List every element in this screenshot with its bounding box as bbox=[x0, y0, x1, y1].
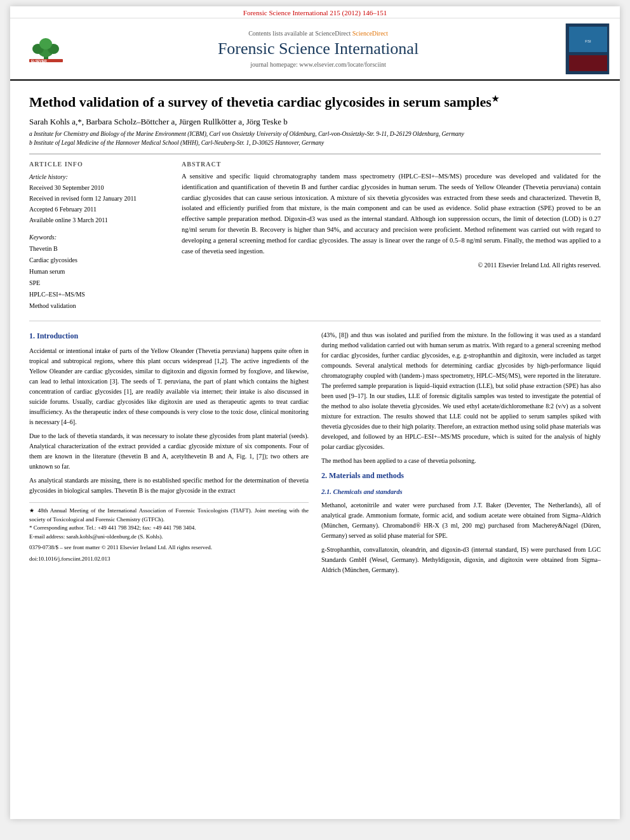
journal-main-title: Forensic Science International bbox=[71, 39, 565, 58]
materials-section-title: 2. Materials and methods bbox=[321, 470, 601, 482]
journal-title-area: Contents lists available at ScienceDirec… bbox=[71, 30, 565, 68]
elsevier-logo: ELSEVIER bbox=[20, 30, 71, 68]
body-text: 1. Introduction Accidental or intentiona… bbox=[29, 330, 601, 579]
keyword-1: Thevetin B bbox=[29, 243, 169, 255]
body-right-col: (43%, [8]) and thus was isolated and pur… bbox=[321, 330, 601, 579]
journal-cover-image: FSI bbox=[565, 23, 610, 74]
journal-homepage: journal homepage: www.elsevier.com/locat… bbox=[71, 61, 565, 68]
issn-line: 0379-0738/$ – see front matter © 2011 El… bbox=[29, 543, 309, 552]
svg-text:ELSEVIER: ELSEVIER bbox=[31, 59, 47, 63]
keywords-block: Keywords: Thevetin B Cardiac glycosides … bbox=[29, 232, 169, 312]
footnote-3: E-mail address: sarah.kohls@uni-oldenbur… bbox=[29, 533, 309, 542]
article-info-block: Article history: Received 30 September 2… bbox=[29, 171, 169, 225]
article-title: Method validation of a survey of theveti… bbox=[29, 93, 601, 112]
footnote-2: * Corresponding author. Tel.: +49 441 79… bbox=[29, 524, 309, 533]
affiliations: a Institute for Chemistry and Biology of… bbox=[29, 130, 601, 148]
article-info-abstract: Article info Article history: Received 3… bbox=[29, 161, 601, 312]
keyword-5: HPLC–ESI+–MS/MS bbox=[29, 289, 169, 300]
available-date: Available online 3 March 2011 bbox=[29, 215, 169, 225]
article-info-col: Article info Article history: Received 3… bbox=[29, 161, 169, 312]
journal-top-bar: Forensic Science International 215 (2012… bbox=[10, 6, 620, 18]
doi-line: doi:10.1016/j.forsciint.2011.02.013 bbox=[29, 555, 309, 564]
revised-date: Received in revised form 12 January 2011 bbox=[29, 193, 169, 204]
article-page: Forensic Science International 215 (2012… bbox=[10, 6, 620, 819]
body-divider bbox=[29, 321, 601, 321]
article-info-label: Article info bbox=[29, 161, 169, 168]
intro-col2-p1: (43%, [8]) and thus was isolated and pur… bbox=[321, 330, 601, 452]
intro-col2-p2: The method has been applied to a case of… bbox=[321, 456, 601, 466]
chemicals-p2: g-Strophanthin, convallatoxin, oleandrin… bbox=[321, 545, 601, 575]
chemicals-subsection-title: 2.1. Chemicals and standards bbox=[321, 487, 601, 498]
article-history-heading: Article history: bbox=[29, 171, 169, 182]
accepted-date: Accepted 6 February 2011 bbox=[29, 204, 169, 215]
journal-header: Forensic Science International 215 (2012… bbox=[10, 6, 620, 81]
authors: Sarah Kohls a,*, Barbara Scholz–Böttcher… bbox=[29, 117, 601, 127]
sciencedirect-link[interactable]: ScienceDirect bbox=[352, 30, 388, 37]
elsevier-tree-icon: ELSEVIER bbox=[29, 35, 64, 63]
intro-p1: Accidental or intentional intake of part… bbox=[29, 346, 309, 427]
svg-point-4 bbox=[39, 38, 52, 50]
affiliation-a: a Institute for Chemistry and Biology of… bbox=[29, 130, 601, 138]
article-body: Method validation of a survey of theveti… bbox=[10, 81, 620, 592]
svg-text:FSI: FSI bbox=[585, 39, 591, 43]
journal-logo-area: ELSEVIER Contents lists available at Sci… bbox=[10, 18, 620, 79]
received-date: Received 30 September 2010 bbox=[29, 182, 169, 193]
copyright-line: © 2011 Elsevier Ireland Ltd. All rights … bbox=[182, 262, 601, 269]
abstract-label: ABSTRACT bbox=[182, 161, 601, 168]
journal-citation: Forensic Science International 215 (2012… bbox=[243, 9, 387, 17]
keyword-2: Cardiac glycosides bbox=[29, 255, 169, 266]
svg-rect-9 bbox=[569, 55, 607, 71]
contents-line: Contents lists available at ScienceDirec… bbox=[71, 30, 565, 37]
abstract-text: A sensitive and specific liquid chromato… bbox=[182, 171, 601, 257]
keywords-heading: Keywords: bbox=[29, 232, 169, 243]
intro-p3: As analytical standards are missing, the… bbox=[29, 476, 309, 496]
intro-title: 1. Introduction bbox=[29, 330, 309, 342]
footnotes: ★ 48th Annual Meeting of the Internation… bbox=[29, 502, 309, 563]
body-left-col: 1. Introduction Accidental or intentiona… bbox=[29, 330, 309, 579]
abstract-paragraph: A sensitive and specific liquid chromato… bbox=[182, 171, 601, 257]
keyword-6: Method validation bbox=[29, 300, 169, 312]
abstract-col: ABSTRACT A sensitive and specific liquid… bbox=[182, 161, 601, 312]
footnote-1: ★ 48th Annual Meeting of the Internation… bbox=[29, 507, 309, 524]
chemicals-p1: Methanol, acetonitrile and water were pu… bbox=[321, 500, 601, 541]
title-divider bbox=[29, 154, 601, 154]
keyword-3: Human serum bbox=[29, 266, 169, 277]
intro-p2: Due to the lack of thevetia standards, i… bbox=[29, 431, 309, 472]
keyword-4: SPE bbox=[29, 277, 169, 289]
affiliation-b: b Institute of Legal Medicine of the Han… bbox=[29, 138, 601, 147]
